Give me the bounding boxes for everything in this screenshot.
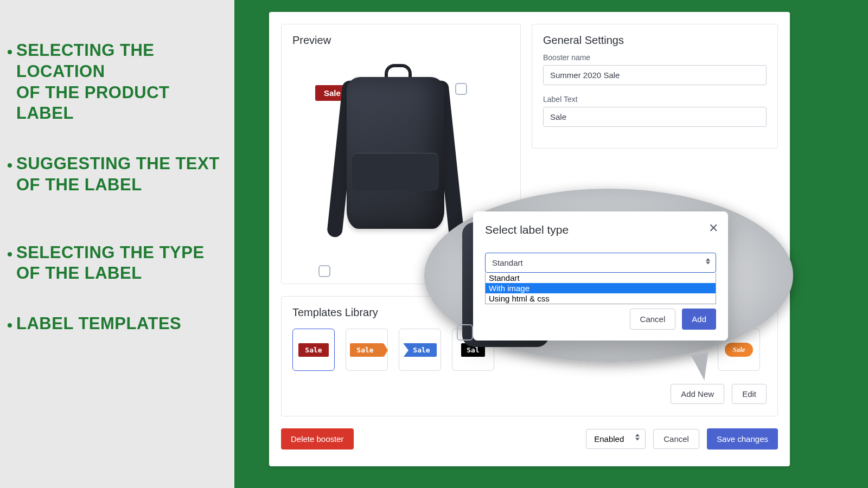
preview-title: Preview <box>292 34 509 47</box>
bullet-icon <box>8 252 12 256</box>
rail-line: OF THE LABEL <box>16 175 220 196</box>
template-badge: Sale <box>350 343 383 357</box>
template-badge: Sale <box>403 343 436 357</box>
add-new-button[interactable]: Add New <box>671 384 724 404</box>
zoom-position-slot[interactable] <box>457 324 473 341</box>
label-text-label: Label Text <box>543 95 767 104</box>
template-badge: Sale <box>725 343 752 357</box>
cancel-button[interactable]: Cancel <box>653 429 699 449</box>
dropdown-option-html-css[interactable]: Using html & css <box>486 293 716 304</box>
modal-title: Select label type <box>485 223 716 236</box>
editor-footer: Delete booster Enabled Cancel Save chang… <box>269 416 790 461</box>
status-select[interactable]: Enabled <box>586 429 646 449</box>
rail-line: SELECTING THE TYPE <box>16 242 205 264</box>
general-settings-panel: General Settings Booster name Label Text <box>532 24 778 149</box>
status-select-value: Enabled <box>594 434 624 444</box>
rail-line: SELECTING THE LOCATION <box>16 40 227 82</box>
position-slot-bottom-left[interactable] <box>318 265 330 277</box>
bullet-icon <box>8 323 12 328</box>
settings-title: General Settings <box>543 34 767 47</box>
template-item[interactable]: Sale <box>399 329 441 371</box>
label-text-input[interactable] <box>543 107 767 127</box>
modal-cancel-button[interactable]: Cancel <box>630 309 676 330</box>
product-image <box>330 61 471 240</box>
rail-line: SUGGESTING THE TEXT <box>16 153 220 175</box>
bullet-icon <box>8 163 12 168</box>
dropdown-option-with-image[interactable]: With image <box>486 283 716 293</box>
modal-add-button[interactable]: Add <box>682 309 716 330</box>
booster-name-label: Booster name <box>543 53 767 62</box>
template-badge: Sale <box>298 343 328 357</box>
rail-line: OF THE PRODUCT LABEL <box>16 82 227 125</box>
marketing-rail: SELECTING THE LOCATION OF THE PRODUCT LA… <box>0 0 234 488</box>
select-label-type-modal: Select label type ✕ Standart Standart Wi… <box>473 211 728 341</box>
rail-line: OF THE LABEL <box>16 263 205 284</box>
bullet-icon <box>8 50 12 54</box>
booster-name-input[interactable] <box>543 65 767 85</box>
label-type-select-value: Standart <box>492 258 523 267</box>
rail-line: LABEL TEMPLATES <box>16 313 181 335</box>
label-type-dropdown: Standart With image Using html & css <box>485 273 716 304</box>
delete-booster-button[interactable]: Delete booster <box>281 428 354 450</box>
close-icon[interactable]: ✕ <box>709 221 718 235</box>
dropdown-option-standart[interactable]: Standart <box>486 273 716 283</box>
save-changes-button[interactable]: Save changes <box>707 428 778 450</box>
template-item[interactable]: Sale <box>292 329 335 371</box>
template-item[interactable]: Sale <box>346 329 388 371</box>
zoom-callout: Select label type ✕ Standart Standart Wi… <box>424 189 793 362</box>
app-stage: Preview Sale General Settings Booster na… <box>234 0 868 488</box>
edit-button[interactable]: Edit <box>732 384 767 404</box>
label-type-select[interactable]: Standart <box>485 253 716 273</box>
